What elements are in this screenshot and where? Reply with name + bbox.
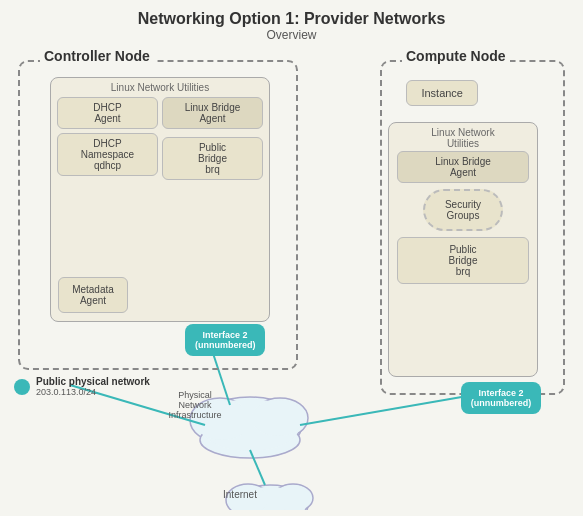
lnu-left-col: DHCPAgent DHCPNamespaceqdhcp <box>57 97 158 180</box>
diagram-area: Controller Node Linux Network Utilities … <box>0 50 583 510</box>
lba-controller-box: Linux BridgeAgent <box>162 97 263 129</box>
public-bridge-compute-box: PublicBridgebrq <box>397 237 529 284</box>
cloud-label: PhysicalNetworkInfrastructure <box>140 390 250 420</box>
page-subtitle: Overview <box>0 28 583 42</box>
public-bridge-ctrl-box: PublicBridgebrq <box>162 137 263 180</box>
metadata-agent-box: MetadataAgent <box>58 277 128 313</box>
svg-line-17 <box>250 450 265 485</box>
lnu-compute-box: Linux NetworkUtilities Linux BridgeAgent… <box>388 122 538 377</box>
lnu-controller-label: Linux Network Utilities <box>51 82 269 93</box>
security-groups-box: SecurityGroups <box>423 189 503 231</box>
svg-point-13 <box>275 485 311 510</box>
svg-point-9 <box>273 484 313 510</box>
compute-node-label: Compute Node <box>402 48 510 64</box>
compute-node: Compute Node Instance Linux NetworkUtili… <box>380 60 565 395</box>
interface2-compute-box: Interface 2(unnumbered) <box>461 382 541 414</box>
svg-point-10 <box>234 499 306 510</box>
lnu-compute-label: Linux NetworkUtilities <box>389 127 537 149</box>
lba-compute-box: Linux BridgeAgent <box>397 151 529 183</box>
public-network-label: Public physical network 203.0.113.0/24 <box>14 376 150 397</box>
dhcp-namespace-box: DHCPNamespaceqdhcp <box>57 133 158 176</box>
page-title: Networking Option 1: Provider Networks <box>0 0 583 28</box>
dhcp-agent-box: DHCPAgent <box>57 97 158 129</box>
svg-point-2 <box>252 398 308 438</box>
svg-point-3 <box>200 422 300 458</box>
network-ip-text: 203.0.113.0/24 <box>36 387 150 397</box>
network-dot <box>14 379 30 395</box>
network-info: Public physical network 203.0.113.0/24 <box>36 376 150 397</box>
network-label-text: Public physical network <box>36 376 150 387</box>
controller-node: Controller Node Linux Network Utilities … <box>18 60 298 370</box>
interface2-ctrl-box: Interface 2(unnumbered) <box>185 324 265 356</box>
lnu-right-col: Linux BridgeAgent PublicBridgebrq <box>162 97 263 180</box>
internet-label: Internet <box>210 489 270 500</box>
instance-box: Instance <box>406 80 478 106</box>
controller-node-label: Controller Node <box>40 48 154 64</box>
svg-point-6 <box>252 400 304 436</box>
lnu-inner-row: DHCPAgent DHCPNamespaceqdhcp Linux Bridg… <box>57 97 263 180</box>
